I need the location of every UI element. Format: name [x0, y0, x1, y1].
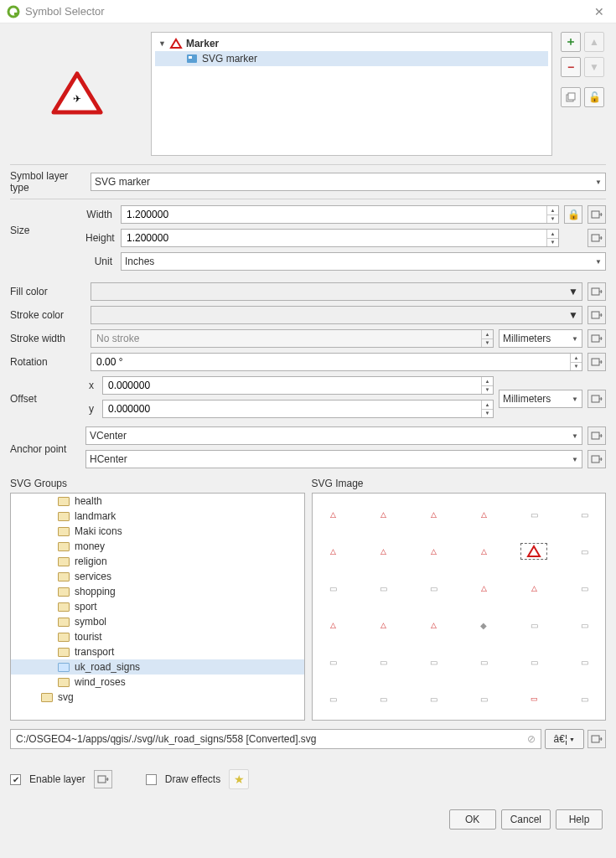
list-item[interactable]: religion: [11, 554, 304, 569]
spin-up[interactable]: ▲: [482, 401, 493, 410]
svg-thumbnail[interactable]: ◆: [471, 618, 496, 633]
ok-button[interactable]: OK: [449, 809, 496, 830]
svg-thumbnail[interactable]: △: [471, 507, 496, 522]
move-up-button[interactable]: ▲: [584, 32, 604, 52]
effects-config-button[interactable]: ★: [229, 769, 249, 789]
svg-thumbnail[interactable]: ▭: [572, 691, 597, 706]
spin-up[interactable]: ▲: [482, 377, 493, 386]
close-button[interactable]: ✕: [589, 3, 609, 20]
spin-up[interactable]: ▲: [547, 206, 558, 215]
svg-thumbnail[interactable]: ▭: [471, 691, 496, 706]
svg-thumbnail[interactable]: △: [370, 507, 396, 522]
stroke-width-input[interactable]: ▲▼: [91, 329, 494, 348]
fill-color-override-button[interactable]: [588, 282, 606, 301]
svg-thumbnail[interactable]: △: [471, 581, 496, 596]
rotation-override-button[interactable]: [588, 353, 606, 371]
offset-y-input[interactable]: ▲▼: [102, 400, 494, 418]
list-item[interactable]: landmark: [11, 509, 304, 524]
svg-thumbnail[interactable]: ▭: [421, 581, 446, 596]
svg-thumbnail[interactable]: ▭: [521, 507, 546, 522]
fill-color-swatch[interactable]: ▼: [91, 282, 582, 301]
svg-path-input[interactable]: C:/OSGEO4~1/apps/qgis/./svg//uk_road_sig…: [10, 729, 541, 749]
enable-layer-override-button[interactable]: [94, 770, 112, 788]
svg-thumbnail[interactable]: ▭: [572, 654, 597, 669]
browse-path-button[interactable]: â€¦▼: [545, 729, 584, 749]
svg-thumbnail[interactable]: ▭: [521, 654, 546, 669]
spin-down[interactable]: ▼: [547, 239, 558, 247]
svg-thumbnail[interactable]: ▭: [521, 691, 546, 706]
list-item[interactable]: uk_road_signs: [11, 659, 304, 675]
offset-override-button[interactable]: [588, 390, 606, 408]
svg-thumbnail[interactable]: ▭: [572, 544, 597, 559]
height-override-button[interactable]: [588, 229, 606, 247]
spin-down[interactable]: ▼: [482, 410, 493, 418]
spin-down[interactable]: ▼: [482, 386, 493, 395]
svg-thumbnail[interactable]: △: [521, 581, 546, 596]
svg-thumbnail[interactable]: △: [421, 618, 446, 633]
anchor-h-override-button[interactable]: [588, 450, 606, 468]
svg-thumbnail[interactable]: △: [421, 507, 446, 522]
svg-thumbnail[interactable]: △: [370, 544, 396, 559]
svg-thumbnail[interactable]: ▭: [421, 691, 446, 706]
list-item[interactable]: transport: [11, 644, 304, 659]
size-unit-combo[interactable]: Inches▼: [121, 252, 606, 271]
svg-thumbnail[interactable]: ▭: [321, 581, 346, 596]
svg-thumbnail[interactable]: △: [370, 618, 396, 633]
svg-thumbnail[interactable]: ▭: [321, 654, 346, 669]
stroke-color-swatch[interactable]: ▼: [91, 306, 582, 324]
spin-down[interactable]: ▼: [482, 339, 493, 348]
svg-groups-list[interactable]: healthlandmarkMaki iconsmoneyreligionser…: [10, 493, 305, 721]
list-item[interactable]: money: [11, 539, 304, 554]
stroke-color-override-button[interactable]: [588, 306, 606, 324]
width-input[interactable]: ▲▼: [121, 205, 559, 224]
spin-down[interactable]: ▼: [547, 215, 558, 224]
remove-layer-button[interactable]: −: [561, 57, 581, 77]
lock-layer-button[interactable]: 🔓: [584, 87, 604, 107]
help-button[interactable]: Help: [556, 809, 603, 830]
anchor-h-combo[interactable]: HCenter▼: [85, 450, 582, 468]
tree-item-marker[interactable]: ▼ Marker: [155, 36, 548, 51]
anchor-v-combo[interactable]: VCenter▼: [85, 426, 582, 445]
enable-layer-checkbox[interactable]: ✔: [10, 774, 21, 785]
svg-thumbnail[interactable]: ▭: [572, 507, 597, 522]
svg-thumbnail[interactable]: ▭: [370, 691, 396, 706]
list-item[interactable]: tourist: [11, 629, 304, 644]
svg-thumbnail[interactable]: ▭: [370, 654, 396, 669]
svg-thumbnail[interactable]: ▭: [471, 654, 496, 669]
stroke-width-unit-combo[interactable]: Millimeters▼: [499, 329, 582, 348]
svg-thumbnail[interactable]: ▭: [572, 618, 597, 633]
duplicate-layer-button[interactable]: [561, 87, 581, 107]
list-item[interactable]: symbol: [11, 614, 304, 629]
list-item[interactable]: shopping: [11, 584, 304, 599]
svg-thumbnail[interactable]: △: [321, 507, 346, 522]
list-item[interactable]: svg: [11, 690, 304, 705]
move-down-button[interactable]: ▼: [584, 57, 604, 77]
spin-down[interactable]: ▼: [571, 363, 582, 371]
svg-image-grid[interactable]: △△△△▭▭△△△△▭▭▭▭△△▭△△△◆▭▭▭▭▭▭▭▭▭▭▭▭▭▭: [312, 493, 607, 721]
offset-unit-combo[interactable]: Millimeters▼: [499, 390, 582, 408]
svg-thumbnail[interactable]: ▭: [572, 581, 597, 596]
aspect-lock-button[interactable]: 🔒: [564, 205, 582, 224]
spin-up[interactable]: ▲: [571, 354, 582, 363]
svg-thumbnail[interactable]: △: [471, 544, 496, 559]
svg-thumbnail[interactable]: ▭: [370, 581, 396, 596]
stroke-width-override-button[interactable]: [588, 329, 606, 348]
svg-thumbnail[interactable]: △: [421, 544, 446, 559]
list-item[interactable]: services: [11, 569, 304, 584]
draw-effects-checkbox[interactable]: [146, 774, 157, 785]
anchor-v-override-button[interactable]: [588, 426, 606, 445]
spin-up[interactable]: ▲: [482, 330, 493, 339]
height-input[interactable]: ▲▼: [121, 229, 559, 247]
cancel-button[interactable]: Cancel: [501, 809, 551, 830]
list-item[interactable]: Maki icons: [11, 524, 304, 539]
svg-thumbnail[interactable]: ▭: [421, 654, 446, 669]
svg-thumbnail[interactable]: △: [321, 618, 346, 633]
add-layer-button[interactable]: ＋: [561, 32, 581, 52]
symbol-layer-tree[interactable]: ▼ Marker SVG marker: [151, 32, 552, 156]
list-item[interactable]: wind_roses: [11, 675, 304, 690]
svg-thumbnail[interactable]: △: [321, 544, 346, 559]
svg-thumbnail[interactable]: [521, 544, 546, 559]
list-item[interactable]: sport: [11, 599, 304, 614]
svg-thumbnail[interactable]: ▭: [521, 618, 546, 633]
symbol-layer-type-combo[interactable]: SVG marker▼: [91, 173, 606, 191]
